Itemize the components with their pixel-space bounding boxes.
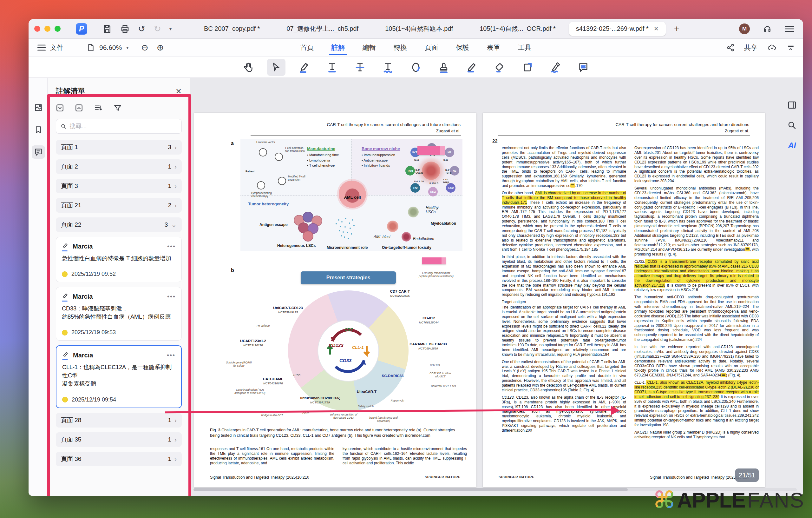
step-label: Lymphodepleting chemotherapy [251,191,277,198]
document-menu-label[interactable]: 文件 [50,43,63,52]
page-group-label: 頁面 3 [61,182,78,190]
account-avatar[interactable]: M [739,24,750,34]
tab-home[interactable]: 首頁 [300,39,314,56]
annotation-color-dot[interactable] [62,397,68,403]
page-group-row[interactable]: 頁面 21 2 › [56,198,182,213]
share-label[interactable]: 共享 [744,43,757,52]
note-annotation-icon[interactable] [570,184,575,188]
signature-pen-tool[interactable] [546,59,564,76]
search-input[interactable] [69,123,177,130]
annotation-card[interactable]: Marcia ••• 急性髓性白血病的特徵是 T 細胞的數量增加 2025/12… [56,237,182,282]
squiggly-underline-tool[interactable] [379,59,397,76]
highlight-tool[interactable] [295,59,313,76]
bookmarks-panel-icon[interactable] [32,123,45,136]
more-options-icon[interactable]: ••• [167,293,176,300]
highlighter-icon [62,292,69,299]
tab-forms[interactable]: 表單 [486,39,501,56]
minimize-window-button[interactable] [45,26,51,32]
collapse-all-icon[interactable] [75,104,83,112]
side-note: bridge to allo-SCT [259,414,285,417]
tab-edit[interactable]: 編輯 [362,39,377,56]
tab-science-book[interactable]: 105(1~4)自然科題本.pdf [372,24,466,33]
bullet: Immunosuppression [364,153,395,157]
left-rail [29,78,48,496]
note-annotation-icon[interactable] [745,247,750,251]
thumbnails-panel-icon[interactable] [32,101,45,114]
tab-chem-ch5[interactable]: 07_選修化學上..._ch5.pdf [273,24,372,33]
page-group-count: 1 [168,436,171,443]
note-annotation-icon[interactable] [721,373,726,377]
side-panel-icon[interactable] [787,100,797,110]
page-group-row[interactable]: 頁面 1 3 › [56,140,182,155]
pencil-tool[interactable] [462,59,481,76]
expand-all-icon[interactable] [56,104,64,112]
page-group-row[interactable]: 頁面 3 1 › [56,179,182,193]
zoom-out-button[interactable]: ⊖ [141,43,148,53]
support-headset-icon[interactable] [762,24,772,34]
shape-rectangle-tool[interactable] [518,59,537,76]
sort-icon[interactable] [94,104,103,112]
zoom-in-button[interactable]: ⊕ [157,43,164,53]
annotation-card-selected[interactable]: Marcia ••• CLL-1：也稱為CLEC12A，是一種髓系抑制性C型 凝… [56,345,182,408]
panel-close-icon[interactable]: ✕ [175,87,182,96]
tab-annotate[interactable]: 註解 [331,39,345,56]
page-view-icon[interactable] [87,44,95,52]
node-name: UniCAR-T-CD123 [273,306,302,310]
tab-pages[interactable]: 頁面 [424,39,439,56]
filter-icon[interactable] [114,104,122,112]
annotation-search[interactable] [56,119,182,134]
collapse-toolbar-icon[interactable] [787,44,795,51]
share-icon[interactable] [726,44,734,52]
pink-highlight-annotation[interactable] [417,146,445,155]
save-icon[interactable] [103,24,112,34]
search-document-icon[interactable] [787,120,797,130]
redo-icon[interactable]: ↻ [153,24,161,34]
page-group-row[interactable]: 頁面 2 1 › [56,159,182,174]
tab-tools[interactable]: 工具 [517,39,532,56]
select-tool[interactable] [267,59,286,76]
annotations-panel-icon[interactable] [32,145,45,159]
page-group-row-expanded[interactable]: 頁面 22 3 ⌄ [56,217,182,232]
tab-close-icon[interactable]: ✕ [654,25,659,32]
annotation-card[interactable]: Marcia ••• CD33：唾液酸殘基刺激， 約85%的急性髓性白血病（AM… [56,287,182,340]
undo-icon[interactable]: ↺ [138,24,145,34]
page-group-row[interactable]: 頁面 28 1 › [56,413,182,428]
pdf-page-22[interactable]: CAR-T cell therapy for cancer: current c… [483,113,765,487]
page-group-row[interactable]: 頁面 35 1 › [56,432,182,447]
zoom-value[interactable]: 96.60% [99,44,122,51]
bone-marrow-heading: Bone marrow niche [361,146,400,151]
annotation-color-dot[interactable] [62,330,67,335]
page-group-count: 1 [168,456,171,462]
eraser-tool[interactable] [490,59,509,76]
pdf-page-21[interactable]: CAR-T cell therapy for cancer: current c… [194,113,476,487]
more-options-icon[interactable]: ••• [167,352,175,359]
stamp-tool[interactable] [435,59,453,76]
close-window-button[interactable] [34,26,40,32]
tab-s41392-active[interactable]: s41392-025-...269-w.pdf * ✕ [569,22,666,36]
page-group-label: 頁面 1 [61,143,78,152]
pink-highlight-annotation[interactable] [422,257,446,264]
tab-protect[interactable]: 保護 [455,39,470,56]
print-icon[interactable] [120,24,130,34]
scrollbar-thumb[interactable] [194,488,628,491]
cloud-upload-icon[interactable] [767,44,777,52]
more-options-icon[interactable]: ••• [167,243,176,250]
sidebar-toggle-icon[interactable] [37,44,46,51]
ai-assistant-button[interactable]: AI [788,141,796,150]
freeform-highlight-tool[interactable] [407,59,425,76]
actions-caret-icon[interactable]: ▾ [169,26,172,31]
underline-text-tool[interactable] [323,59,341,76]
zoom-caret-icon[interactable]: ▾ [126,45,128,50]
annotation-color-dot[interactable] [62,271,67,277]
note-comment-tool[interactable] [574,59,592,76]
page-group-row[interactable]: 頁面 36 1 › [56,452,182,466]
tab-science-ocr[interactable]: 105(1~4)自然..._OCR.pdf * [466,24,569,33]
hand-tool[interactable] [239,59,258,76]
tab-bc2007[interactable]: BC 2007_copy.pdf * [191,25,273,32]
tab-convert[interactable]: 轉換 [393,39,408,56]
maximize-window-button[interactable] [55,26,61,32]
new-tab-button[interactable]: + [674,24,680,34]
main-menu-icon[interactable] [785,25,794,33]
bullet: Antigen escape [364,158,387,162]
strikethrough-tool[interactable] [351,59,369,76]
